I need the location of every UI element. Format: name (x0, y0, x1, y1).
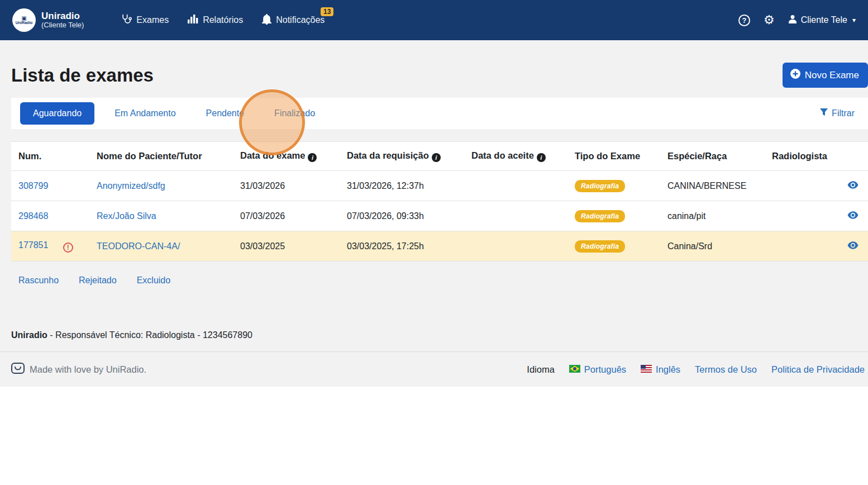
brand[interactable]: ▣ UniRadio Uniradio (Cliente Tele) (12, 8, 84, 32)
col-data-exame: Data do examei (233, 142, 340, 171)
tab-pendente[interactable]: Pendente (196, 102, 255, 125)
brazil-flag-icon (569, 364, 580, 375)
alert-icon[interactable]: ! (63, 242, 73, 253)
accept-date (464, 231, 567, 261)
brand-logo-icon: ▣ UniRadio (12, 8, 36, 32)
exam-number-link[interactable]: 308799 (18, 181, 48, 191)
tab-em-andamento[interactable]: Em Andamento (104, 102, 185, 125)
nav-item-label: Exames (136, 15, 169, 25)
brand-text: Uniradio (Cliente Tele) (41, 11, 84, 30)
patient-name-link[interactable]: Rex/João Silva (97, 211, 156, 221)
nav-item-exames[interactable]: Exames (121, 13, 169, 27)
col-data-requisicao: Data da requisiçãoi (340, 142, 464, 171)
nav-right: ? ⚙ Cliente Tele ▾ (738, 14, 856, 26)
filter-button[interactable]: Filtrar (819, 108, 859, 119)
uniradio-footer-logo-icon (11, 363, 25, 376)
exam-date: 07/03/2026 (233, 201, 340, 231)
exam-type-badge: Radiografia (575, 180, 625, 192)
chevron-down-icon: ▾ (852, 16, 856, 24)
notification-count-badge: 13 (321, 7, 333, 16)
col-actions (842, 142, 868, 171)
col-tipo-exame: Tipo do Exame (567, 142, 660, 171)
language-ingles[interactable]: Inglês (641, 364, 680, 375)
table-row: 308799 Anonymized/sdfg 31/03/2026 31/03/… (11, 171, 868, 201)
table-header-row: Num. Nome do Paciente/Tutor Data do exam… (11, 142, 868, 171)
table-row: 298468 Rex/João Silva 07/03/2026 07/03/2… (11, 201, 868, 231)
language-portugues-label: Português (584, 364, 626, 375)
exam-number-link[interactable]: 298468 (18, 211, 48, 221)
tab-aguardando[interactable]: Aguardando (20, 102, 94, 125)
accept-date (464, 201, 567, 231)
user-label: Cliente Tele (801, 15, 847, 25)
exam-number-link[interactable]: 177851 (18, 240, 48, 250)
exam-date: 31/03/2026 (233, 171, 340, 201)
col-especie-raca: Espécie/Raça (660, 142, 765, 171)
request-date: 03/03/2025, 17:25h (340, 231, 464, 261)
exams-table: Num. Nome do Paciente/Tutor Data do exam… (11, 141, 868, 261)
made-with: Made with love by UniRadio. (11, 363, 146, 376)
col-data-aceite: Data do aceitei (464, 142, 567, 171)
status-links: Rascunho Rejeitado Excluido (0, 261, 868, 286)
accept-date (464, 171, 567, 201)
brand-logo-text: UniRadio (16, 21, 33, 25)
tab-finalizado[interactable]: Finalizado (264, 102, 325, 125)
patient-name-link[interactable]: Anonymized/sdfg (97, 181, 165, 191)
language-ingles-label: Inglês (656, 364, 680, 375)
help-icon[interactable]: ? (738, 15, 750, 26)
info-icon[interactable]: i (432, 153, 441, 162)
gear-icon[interactable]: ⚙ (764, 14, 775, 26)
responsible-text: - Responsável Técnico: Radiologista - 12… (47, 330, 252, 340)
view-exam-eye-icon[interactable] (847, 211, 859, 221)
language-portugues[interactable]: Português (569, 364, 626, 375)
info-icon[interactable]: i (308, 153, 317, 162)
radiologist (765, 231, 842, 261)
stethoscope-icon (121, 13, 132, 27)
top-navbar: ▣ UniRadio Uniradio (Cliente Tele) Exame… (0, 0, 868, 40)
request-date: 31/03/2026, 12:37h (340, 171, 464, 201)
request-date: 07/03/2026, 09:33h (340, 201, 464, 231)
footer-bar: Made with love by UniRadio. Idioma Portu… (0, 351, 868, 387)
user-menu[interactable]: Cliente Tele ▾ (788, 15, 856, 26)
nav-item-label: Relatórios (203, 15, 243, 25)
bar-chart-icon (188, 15, 198, 26)
privacy-policy-link[interactable]: Politica de Privacidade (771, 364, 865, 375)
patient-name-link[interactable]: TEODORO-CAN-4A/ (97, 241, 180, 251)
exam-date: 03/03/2025 (233, 231, 340, 261)
col-nome: Nome do Paciente/Tutor (89, 142, 233, 171)
page-title: Lista de exames (11, 65, 154, 86)
footer-right: Idioma Português Inglês Termos de Uso Po… (527, 364, 865, 375)
new-exam-button[interactable]: Novo Exame (783, 63, 868, 88)
language-label: Idioma (527, 364, 555, 375)
made-with-text: Made with love by UniRadio. (30, 364, 146, 375)
exam-type-badge: Radiografia (575, 240, 625, 253)
terms-of-use-link[interactable]: Termos de Uso (695, 364, 757, 375)
radiologist (765, 201, 842, 231)
link-rejeitado[interactable]: Rejeitado (79, 275, 117, 286)
link-excluido[interactable]: Excluido (137, 275, 170, 286)
title-row: Lista de exames Novo Exame (0, 40, 868, 98)
species-breed: Canina/Srd (660, 231, 765, 261)
brand-subtitle: (Cliente Tele) (41, 21, 84, 30)
brand-name: Uniradio (41, 11, 84, 22)
brand-logo-glyph: ▣ (21, 16, 26, 21)
nav-item-label: Notificações (276, 15, 325, 25)
table-row: 177851 ! TEODORO-CAN-4A/ 03/03/2025 03/0… (11, 231, 868, 261)
species-breed: canina/pit (660, 201, 765, 231)
link-rascunho[interactable]: Rascunho (18, 275, 59, 286)
tabs-bar: Aguardando Em Andamento Pendente Finaliz… (11, 98, 868, 129)
funnel-icon (819, 108, 828, 119)
col-radiologista: Radiologista (765, 142, 842, 171)
responsible-line: Uniradio - Responsável Técnico: Radiolog… (0, 286, 868, 340)
user-icon (788, 15, 797, 26)
us-flag-icon (641, 364, 652, 375)
radiologist (765, 171, 842, 201)
bell-icon (262, 14, 271, 27)
species-breed: CANINA/BERNESE (660, 171, 765, 201)
info-icon[interactable]: i (537, 153, 546, 162)
nav-items: Exames Relatórios Notificações 13 (121, 13, 325, 27)
view-exam-eye-icon[interactable] (847, 181, 859, 191)
nav-item-relatorios[interactable]: Relatórios (188, 15, 243, 26)
new-exam-label: Novo Exame (805, 70, 859, 81)
nav-item-notificacoes[interactable]: Notificações 13 (262, 14, 325, 27)
view-exam-eye-icon[interactable] (847, 241, 859, 251)
